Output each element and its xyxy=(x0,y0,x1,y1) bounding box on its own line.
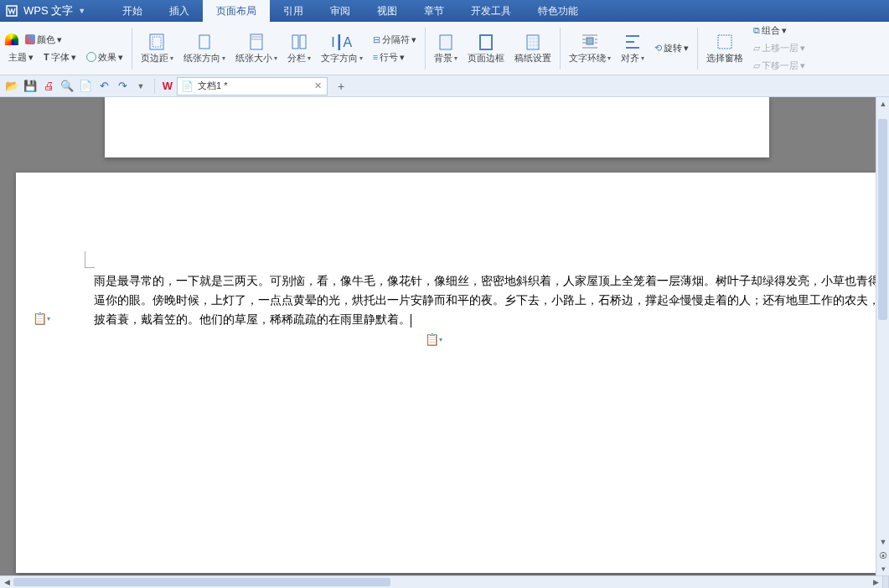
scroll-right-icon[interactable]: ▶ xyxy=(869,576,882,589)
send-back-button[interactable]: ▱下移一层▾ xyxy=(750,58,809,74)
effects-button[interactable]: 效果▾ xyxy=(83,49,127,65)
text-wrap-button[interactable]: 文字环绕▾ xyxy=(564,30,616,66)
svg-rect-5 xyxy=(292,35,298,49)
redo-button[interactable]: ↷ xyxy=(114,78,131,95)
workspace: 雨是最寻常的，一下就是三两天。可别恼，看，像牛毛，像花针，像细丝，密密地斜织着，… xyxy=(0,97,889,575)
menu-insert[interactable]: 插入 xyxy=(156,0,203,22)
vertical-scrollbar[interactable]: ▲ ▼ ⦿ ▾ xyxy=(876,97,889,575)
menu-features[interactable]: 特色功能 xyxy=(525,0,592,22)
svg-rect-8 xyxy=(480,35,492,49)
qa-dropdown[interactable]: ▼ xyxy=(132,78,149,95)
line-numbers-button[interactable]: ≡行号▾ xyxy=(370,49,420,65)
new-tab-button[interactable]: + xyxy=(333,78,349,95)
app-title: WPS 文字 xyxy=(23,3,73,18)
svg-rect-3 xyxy=(199,35,209,49)
margin-marker xyxy=(85,251,95,268)
print-preview-button[interactable]: 🔍 xyxy=(59,78,75,95)
bring-fwd-icon: ▱ xyxy=(753,43,760,54)
svg-rect-7 xyxy=(440,35,452,49)
document-tab[interactable]: 📄 文档1 * ✕ xyxy=(177,77,328,95)
page-previous[interactable] xyxy=(105,97,769,157)
colors-button[interactable]: 颜色▾ xyxy=(22,32,65,48)
hscroll-thumb[interactable] xyxy=(13,578,390,586)
menu-start[interactable]: 开始 xyxy=(109,0,156,22)
breaks-button[interactable]: ⊟分隔符▾ xyxy=(370,32,420,48)
text-cursor xyxy=(411,314,411,328)
menu-page-layout[interactable]: 页面布局 xyxy=(203,0,270,22)
align-button[interactable]: 对齐▾ xyxy=(616,30,649,66)
doc-tab-label: 文档1 * xyxy=(198,80,307,92)
background-button[interactable]: 背景▾ xyxy=(429,30,463,66)
menu-view[interactable]: 视图 xyxy=(364,0,411,22)
select-pane-button[interactable]: 选择窗格 xyxy=(701,30,748,66)
palette-icon xyxy=(25,34,35,44)
prev-page-icon[interactable]: ⦿ xyxy=(876,549,889,562)
line-no-icon: ≡ xyxy=(373,52,378,62)
paste-options-button[interactable]: 📋▾ xyxy=(34,311,49,326)
align-icon xyxy=(623,32,643,52)
paste-options-button-2[interactable]: 📋▾ xyxy=(426,332,441,347)
scroll-left-icon[interactable]: ◀ xyxy=(0,576,13,589)
text-direction-icon: I┃A xyxy=(332,32,352,52)
menu-bar: 开始 插入 页面布局 引用 审阅 视图 章节 开发工具 特色功能 xyxy=(109,0,592,22)
svg-rect-2 xyxy=(152,37,161,47)
page-current[interactable]: 雨是最寻常的，一下就是三两天。可别恼，看，像牛毛，像花针，像细丝，密密地斜织着，… xyxy=(16,173,877,573)
bring-forward-button[interactable]: ▱上移一层▾ xyxy=(750,40,809,56)
svg-rect-0 xyxy=(7,6,17,16)
split-handle[interactable] xyxy=(882,576,889,589)
open-button[interactable]: 📂 xyxy=(3,78,20,95)
draft-button[interactable]: 稿纸设置 xyxy=(509,30,556,66)
page-border-button[interactable]: 页面边框 xyxy=(463,30,509,66)
title-dropdown-icon[interactable]: ▼ xyxy=(78,7,85,15)
theme-button[interactable]: 主题▾ xyxy=(5,49,37,65)
text-direction-button[interactable]: I┃A 文字方向▾ xyxy=(316,30,368,66)
background-icon xyxy=(436,32,456,52)
group-icon: ⧉ xyxy=(753,25,760,36)
horizontal-scrollbar[interactable]: ◀ ▶ xyxy=(0,575,889,588)
page-size-icon xyxy=(246,32,266,52)
hscroll-track[interactable] xyxy=(13,576,869,588)
title-bar: WPS 文字 ▼ 开始 插入 页面布局 引用 审阅 视图 章节 开发工具 特色功… xyxy=(0,0,889,22)
rotate-icon: ⟲ xyxy=(654,43,662,54)
menu-references[interactable]: 引用 xyxy=(270,0,317,22)
menu-developer[interactable]: 开发工具 xyxy=(457,0,525,22)
columns-icon xyxy=(289,32,309,52)
theme-colors-icon xyxy=(5,33,18,46)
margins-button[interactable]: 页边距▾ xyxy=(136,30,178,66)
document-paragraph[interactable]: 雨是最寻常的，一下就是三两天。可别恼，看，像牛毛，像花针，像细丝，密密地斜织着，… xyxy=(94,271,881,329)
wps-home-icon[interactable]: W xyxy=(160,79,175,94)
text-wrap-icon xyxy=(580,32,600,52)
orientation-button[interactable]: 纸张方向▾ xyxy=(178,30,230,66)
orientation-icon xyxy=(194,32,214,52)
app-logo-icon xyxy=(5,4,18,18)
quick-access-bar: 📂 💾 🖨 🔍 📄 ↶ ↷ ▼ W 📄 文档1 * ✕ + xyxy=(0,75,889,97)
scroll-up-icon[interactable]: ▲ xyxy=(876,97,889,111)
undo-button[interactable]: ↶ xyxy=(96,78,112,95)
ribbon: 颜色▾ 主题▾ T字体▾ 效果▾ 页边距▾ 纸张方向▾ 纸张大小▾ 分栏▾ I┃… xyxy=(0,22,889,75)
page-border-icon xyxy=(476,32,496,52)
menu-sections[interactable]: 章节 xyxy=(411,0,457,22)
svg-rect-10 xyxy=(587,38,593,44)
vscroll-track[interactable] xyxy=(876,111,889,535)
effects-icon xyxy=(86,52,96,62)
export-pdf-button[interactable]: 📄 xyxy=(77,78,94,95)
next-page-icon[interactable]: ▾ xyxy=(876,562,889,575)
draft-icon xyxy=(523,32,543,52)
svg-rect-11 xyxy=(718,35,731,49)
group-button[interactable]: ⧉组合▾ xyxy=(750,23,809,39)
scroll-down-icon[interactable]: ▼ xyxy=(876,535,889,549)
columns-button[interactable]: 分栏▾ xyxy=(282,30,316,66)
close-tab-icon[interactable]: ✕ xyxy=(312,80,323,92)
print-button[interactable]: 🖨 xyxy=(40,78,57,95)
menu-review[interactable]: 审阅 xyxy=(317,0,364,22)
svg-rect-6 xyxy=(300,35,306,49)
margins-icon xyxy=(147,32,167,52)
fonts-button[interactable]: T字体▾ xyxy=(40,49,80,65)
send-back-icon: ▱ xyxy=(753,60,760,71)
save-button[interactable]: 💾 xyxy=(22,78,39,95)
font-icon: T xyxy=(44,52,49,62)
rotate-button[interactable]: ⟲旋转▾ xyxy=(651,40,692,56)
break-icon: ⊟ xyxy=(373,34,380,45)
page-size-button[interactable]: 纸张大小▾ xyxy=(230,30,282,66)
vscroll-thumb[interactable] xyxy=(878,119,887,320)
